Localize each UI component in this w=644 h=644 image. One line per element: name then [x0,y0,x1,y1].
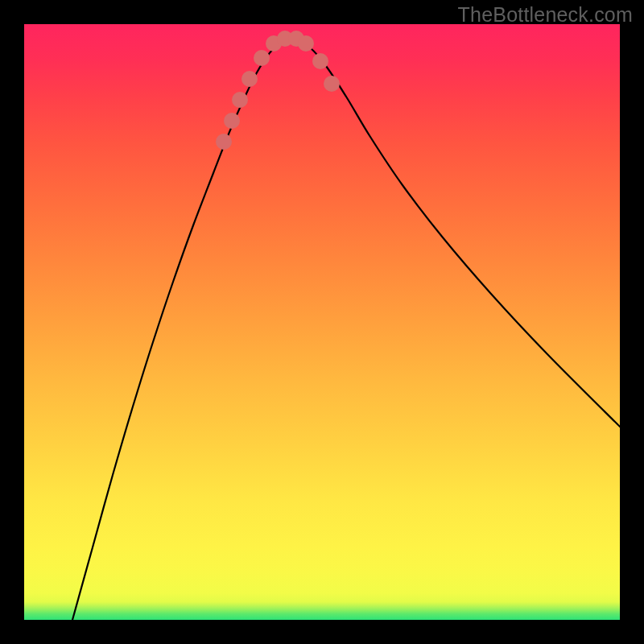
highlight-marker [232,92,248,108]
curve-svg [24,24,620,620]
chart-container: TheBottleneck.com [0,0,644,644]
highlight-marker [254,50,270,66]
highlight-marker [216,134,232,150]
highlight-marker [224,113,240,129]
highlight-marker [298,35,314,52]
highlight-marker [324,76,340,92]
plot-area [24,24,620,620]
watermark-text: TheBottleneck.com [458,3,633,27]
highlight-markers [216,31,340,150]
highlight-marker [242,71,258,87]
bottleneck-curve [72,40,620,620]
highlight-marker [312,53,328,69]
